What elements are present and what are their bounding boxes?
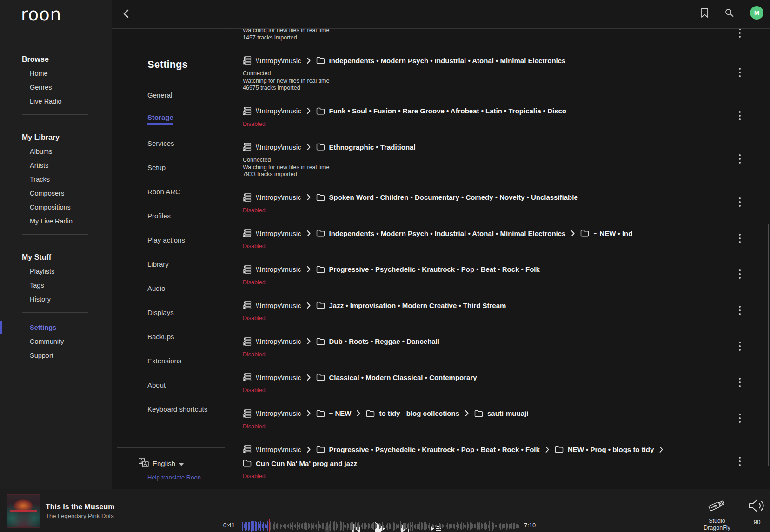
- now-playing-album-art[interactable]: [7, 494, 40, 528]
- storage-row: \\Intropy\musicJazz • Improvisation • Mo…: [243, 298, 770, 322]
- row-menu-button[interactable]: [724, 457, 756, 466]
- chevron-right-icon: [307, 226, 311, 240]
- sidebar-item-genres[interactable]: Genres: [0, 80, 112, 94]
- storage-row-body[interactable]: \\Intropy\musicDub • Roots • Reggae • Da…: [243, 335, 724, 359]
- storage-path: \\Intropy\musicJazz • Improvisation • Mo…: [243, 298, 724, 312]
- storage-path: \\Intropy\musicIndependents • Modern Psy…: [243, 53, 724, 67]
- row-menu-button[interactable]: [724, 269, 756, 279]
- chevron-right-icon: [357, 407, 360, 420]
- row-menu-button[interactable]: [724, 197, 756, 207]
- storage-row-body[interactable]: Watching for new files in real time1457 …: [243, 29, 724, 41]
- storage-row-body[interactable]: \\Intropy\musicJazz • Improvisation • Mo…: [243, 298, 724, 322]
- settings-menu-item-audio[interactable]: Audio: [112, 276, 225, 300]
- sidebar-item-tracks[interactable]: Tracks: [0, 172, 112, 186]
- chevron-right-icon: [307, 104, 311, 118]
- roon-logo: roon: [21, 5, 112, 25]
- row-menu-button[interactable]: [724, 306, 756, 315]
- bookmark-button[interactable]: [701, 7, 709, 18]
- storage-status: Disabled: [243, 243, 724, 250]
- sidebar-item-support[interactable]: Support: [0, 348, 112, 362]
- row-menu-button[interactable]: [724, 111, 756, 120]
- row-menu-button[interactable]: [724, 234, 756, 243]
- sidebar-item-home[interactable]: Home: [0, 66, 112, 80]
- status-line: Watching for new files in real time: [243, 164, 724, 171]
- scrollbar-thumb[interactable]: [768, 224, 769, 466]
- sidebar-item-history[interactable]: History: [0, 292, 112, 306]
- settings-menu-item-setup[interactable]: Setup: [112, 155, 225, 179]
- settings-menu-item-roon-arc[interactable]: Roon ARC: [112, 179, 225, 204]
- sidebar-item-artists[interactable]: Artists: [0, 158, 112, 172]
- seek-waveform[interactable]: [242, 520, 520, 532]
- row-menu-button[interactable]: [724, 154, 756, 164]
- storage-path: \\Intropy\musicFunk • Soul • Fusion • Ra…: [243, 104, 724, 118]
- settings-menu-item-about[interactable]: About: [112, 373, 225, 397]
- sidebar-item-tags[interactable]: Tags: [0, 278, 112, 292]
- storage-path: \\Intropy\musicIndependents • Modern Psy…: [243, 226, 724, 240]
- sidebar-item-settings[interactable]: Settings: [0, 321, 112, 335]
- storage-share-segment: \\Intropy\music: [243, 226, 301, 240]
- storage-row-body[interactable]: \\Intropy\musicIndependents • Modern Psy…: [243, 226, 724, 250]
- language-selector[interactable]: English: [139, 457, 225, 469]
- network-share-icon-label: \\Intropy\music: [256, 57, 301, 65]
- settings-menu-item-extensions[interactable]: Extensions: [112, 348, 225, 373]
- storage-folder-segment: Progressive • Psychedelic • Krautrock • …: [316, 263, 540, 276]
- settings-menu-item-storage[interactable]: Storage: [112, 107, 225, 131]
- settings-menu-item-services[interactable]: Services: [112, 131, 225, 155]
- storage-folder-segment: Progressive • Psychedelic • Krautrock • …: [316, 442, 540, 456]
- row-menu-button[interactable]: [724, 342, 756, 351]
- settings-menu: GeneralStorageServicesSetupRoon ARCProfi…: [112, 83, 225, 421]
- help-translate-link[interactable]: Help translate Roon: [147, 474, 225, 481]
- sidebar-item-albums[interactable]: Albums: [0, 144, 112, 158]
- row-menu-button[interactable]: [724, 414, 756, 423]
- settings-menu-item-general[interactable]: General: [112, 83, 225, 107]
- volume-button[interactable]: [748, 499, 766, 515]
- storage-row-body[interactable]: \\Intropy\musicProgressive • Psychedelic…: [243, 442, 724, 480]
- zone-name[interactable]: Studio DragonFly: [697, 518, 737, 532]
- user-avatar[interactable]: M: [750, 6, 763, 20]
- now-playing-artist[interactable]: The Legendary Pink Dots: [46, 512, 114, 520]
- storage-row: Watching for new files in real time1457 …: [243, 29, 770, 41]
- network-share-icon-label: \\Intropy\music: [256, 374, 301, 381]
- back-button[interactable]: [123, 9, 129, 18]
- storage-status: Disabled: [243, 387, 724, 394]
- storage-row-body[interactable]: \\Intropy\musicSpoken Word • Children • …: [243, 190, 724, 215]
- chevron-right-icon: [659, 442, 663, 456]
- player-bar: This Is the Museum The Legendary Pink Do…: [0, 489, 770, 532]
- settings-menu-item-profiles[interactable]: Profiles: [112, 204, 225, 228]
- storage-row-body[interactable]: \\Intropy\music~ NEWto tidy - blog colle…: [243, 407, 724, 431]
- status-line: Disabled: [243, 279, 724, 287]
- zone-picker-button[interactable]: [697, 498, 737, 515]
- storage-status: Disabled: [243, 423, 724, 431]
- network-share-icon-label: \\Intropy\music: [256, 230, 301, 237]
- sidebar-item-playlists[interactable]: Playlists: [0, 264, 112, 278]
- storage-share-segment: \\Intropy\music: [243, 442, 301, 456]
- storage-status: Disabled: [243, 207, 724, 215]
- storage-row-body[interactable]: \\Intropy\musicFunk • Soul • Fusion • Ra…: [243, 104, 724, 128]
- sidebar-section-header-my-library: My Library: [0, 131, 112, 144]
- row-menu-button[interactable]: [724, 68, 756, 77]
- settings-menu-item-backups[interactable]: Backups: [112, 324, 225, 348]
- settings-menu-item-displays[interactable]: Displays: [112, 300, 225, 324]
- storage-row-body[interactable]: \\Intropy\musicIndependents • Modern Psy…: [243, 53, 724, 92]
- search-button[interactable]: [724, 8, 734, 18]
- sidebar-item-compositions[interactable]: Compositions: [0, 200, 112, 214]
- storage-share-segment: \\Intropy\music: [243, 298, 301, 312]
- network-share-icon-label: \\Intropy\music: [256, 265, 301, 273]
- storage-row-body[interactable]: \\Intropy\musicProgressive • Psychedelic…: [243, 263, 724, 287]
- storage-path: \\Intropy\musicProgressive • Psychedelic…: [243, 442, 724, 470]
- settings-menu-item-library[interactable]: Library: [112, 252, 225, 276]
- storage-row-body[interactable]: \\Intropy\musicClassical • Modern Classi…: [243, 370, 724, 394]
- network-share-icon-label: \\Intropy\music: [256, 107, 301, 115]
- row-menu-button[interactable]: [724, 378, 756, 387]
- settings-menu-item-keyboard-shortcuts[interactable]: Keyboard shortcuts: [112, 397, 225, 421]
- row-menu-button[interactable]: [724, 29, 756, 38]
- storage-folder-segment: Classical • Modern Classical • Contempor…: [316, 370, 477, 384]
- sidebar-item-my-live-radio[interactable]: My Live Radio: [0, 214, 112, 228]
- now-playing-title[interactable]: This Is the Museum: [46, 502, 114, 511]
- settings-menu-item-play-actions[interactable]: Play actions: [112, 228, 225, 252]
- sidebar-item-community[interactable]: Community: [0, 335, 112, 348]
- storage-row-body[interactable]: \\Intropy\musicEthnographic • Traditiona…: [243, 140, 724, 178]
- sidebar-item-composers[interactable]: Composers: [0, 186, 112, 200]
- sidebar-item-live-radio[interactable]: Live Radio: [0, 94, 112, 108]
- chevron-down-icon: [179, 460, 184, 467]
